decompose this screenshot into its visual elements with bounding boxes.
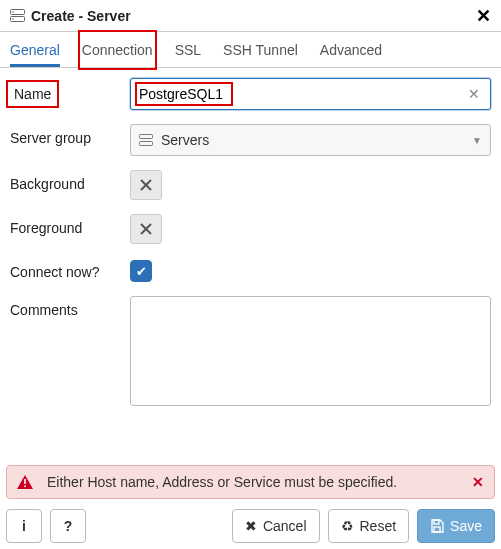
svg-point-3 <box>12 18 14 20</box>
check-icon: ✔ <box>136 264 147 279</box>
svg-rect-11 <box>24 486 26 488</box>
foreground-color-button[interactable] <box>130 214 162 244</box>
server-icon <box>10 9 25 22</box>
x-icon <box>139 222 153 236</box>
reset-label: Reset <box>360 518 397 534</box>
server-group-select[interactable]: Servers ▼ <box>130 124 491 156</box>
label-name: Name <box>10 78 130 104</box>
x-icon <box>139 178 153 192</box>
warning-icon <box>17 475 33 489</box>
tab-ssh-tunnel[interactable]: SSH Tunnel <box>223 34 298 66</box>
svg-point-2 <box>12 11 14 13</box>
server-group-value: Servers <box>161 132 472 148</box>
window-title: Create - Server <box>31 8 476 24</box>
recycle-icon: ♻ <box>341 518 354 534</box>
svg-rect-10 <box>24 479 26 484</box>
cancel-button[interactable]: ✖ Cancel <box>232 509 320 543</box>
svg-rect-13 <box>434 527 440 532</box>
footer: Either Host name, Address or Service mus… <box>0 459 501 549</box>
svg-rect-12 <box>434 520 439 524</box>
tab-general[interactable]: General <box>10 34 60 66</box>
close-icon[interactable]: ✕ <box>476 5 491 27</box>
label-name-text: Name <box>10 84 55 104</box>
connect-now-checkbox[interactable]: ✔ <box>130 260 152 282</box>
clear-icon[interactable]: ✕ <box>458 86 490 102</box>
tab-connection[interactable]: Connection <box>82 34 153 66</box>
help-button[interactable]: ? <box>50 509 86 543</box>
alert-close-icon[interactable]: ✕ <box>472 474 484 490</box>
background-color-button[interactable] <box>130 170 162 200</box>
tab-advanced[interactable]: Advanced <box>320 34 382 66</box>
save-icon <box>430 519 444 533</box>
label-comments: Comments <box>10 296 130 318</box>
info-button[interactable]: i <box>6 509 42 543</box>
reset-button[interactable]: ♻ Reset <box>328 509 410 543</box>
label-background: Background <box>10 170 130 192</box>
button-bar: i ? ✖ Cancel ♻ Reset Save <box>6 509 495 543</box>
svg-rect-4 <box>140 135 153 139</box>
svg-rect-5 <box>140 142 153 146</box>
alert-message: Either Host name, Address or Service mus… <box>47 474 472 490</box>
name-input[interactable] <box>131 86 458 102</box>
label-foreground: Foreground <box>10 214 130 236</box>
error-alert: Either Host name, Address or Service mus… <box>6 465 495 499</box>
tab-ssl[interactable]: SSL <box>175 34 201 66</box>
comments-textarea[interactable] <box>130 296 491 406</box>
cancel-icon: ✖ <box>245 518 257 534</box>
save-label: Save <box>450 518 482 534</box>
cancel-label: Cancel <box>263 518 307 534</box>
form-general: Name ✕ Server group Servers ▼ Background <box>0 68 501 433</box>
titlebar: Create - Server ✕ <box>0 0 501 32</box>
save-button[interactable]: Save <box>417 509 495 543</box>
tabs: General Connection SSL SSH Tunnel Advanc… <box>0 32 501 68</box>
servers-icon <box>139 134 153 146</box>
label-server-group: Server group <box>10 124 130 146</box>
chevron-down-icon: ▼ <box>472 135 482 146</box>
name-input-wrap: ✕ <box>130 78 491 110</box>
label-connect-now: Connect now? <box>10 258 130 280</box>
